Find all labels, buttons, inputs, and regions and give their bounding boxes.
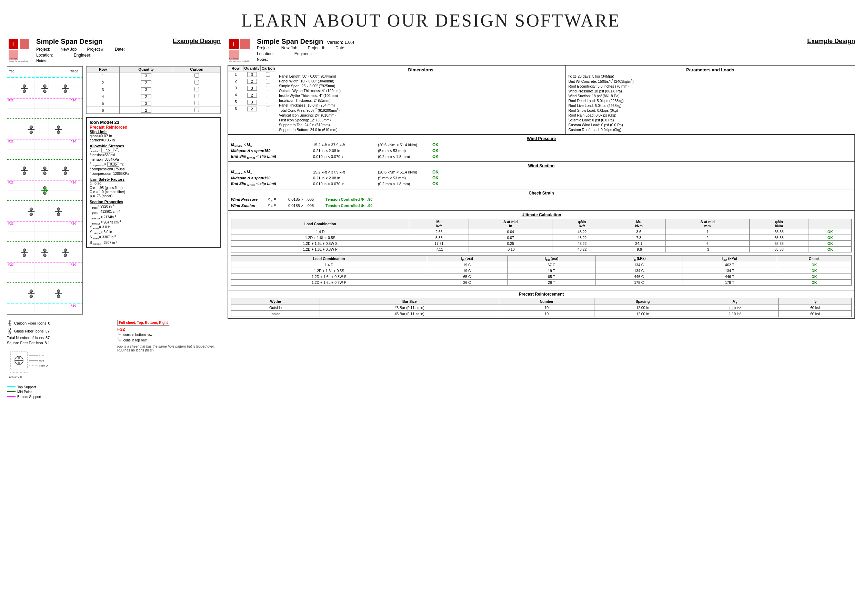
right-qty-input-3[interactable]	[247, 86, 257, 91]
i-eff1: I effective= 2174in 4	[89, 215, 217, 220]
f-tension-input[interactable]	[101, 148, 113, 152]
row-qty[interactable]	[244, 78, 260, 85]
icons-top-row: └ Icons in top row	[117, 337, 221, 343]
table-row: 4	[86, 93, 221, 100]
i-gross-cm: I gross= 412901 cm 4	[89, 209, 217, 214]
carbon-check-5[interactable]	[195, 101, 199, 105]
right-carbon-3[interactable]	[266, 86, 270, 90]
uc2-fin-psi-3: 65 C	[427, 273, 507, 280]
svg-text:F22: F22	[8, 181, 13, 184]
row-qty[interactable]	[119, 100, 173, 107]
right-project-label: Project:	[257, 46, 271, 50]
svg-point-106	[30, 295, 32, 298]
qty-input-5[interactable]	[141, 101, 151, 106]
right-qty-input-6[interactable]	[247, 107, 257, 112]
uc2-fin-psi-2: 19 C	[427, 268, 507, 273]
row-carbon[interactable]	[173, 107, 220, 114]
carbon-fiber-label: Carbon Fiber Icons	[14, 321, 47, 325]
param-8: Roof Snow Load: 0.0kips (0kg)	[568, 108, 853, 112]
glass-fiber-legend-item: Glass Fiber Icons 37	[7, 328, 110, 335]
row-qty[interactable]	[244, 106, 260, 112]
row-qty[interactable]	[244, 71, 260, 78]
row-carbon[interactable]	[173, 100, 220, 107]
row-qty[interactable]	[119, 86, 173, 93]
right-carbon-6[interactable]	[266, 107, 270, 111]
row-carbon[interactable]	[260, 85, 276, 92]
right-panel: i iconXusa change the way you build Simp…	[228, 38, 855, 400]
row-qty[interactable]	[119, 72, 173, 79]
svg-point-121	[9, 332, 11, 334]
row-carbon[interactable]	[260, 78, 276, 85]
svg-point-93	[23, 249, 26, 251]
qty-input-1[interactable]	[141, 74, 151, 78]
row-carbon[interactable]	[260, 92, 276, 99]
right-carbon-4[interactable]	[266, 93, 270, 97]
dim-7: Panel Thickness: 10.0 in (254 mm)	[279, 103, 563, 107]
table-row: 3	[228, 85, 276, 92]
cs-row-1: Wind Pressure ε S = 0.0185 >= .005 Tensi…	[231, 197, 852, 202]
svg-point-89	[57, 208, 60, 211]
carbon-check-6[interactable]	[195, 108, 199, 112]
pr-th-spacing: Spacing	[594, 298, 691, 305]
qty-input-3[interactable]	[141, 87, 151, 92]
right-version: Version: 1.0.4	[327, 40, 355, 45]
row-carbon[interactable]	[260, 99, 276, 105]
ws-label-3: End Slip service < slip Limit	[231, 181, 310, 186]
uc-th-combo: Load Combination	[231, 218, 409, 229]
right-qty-input-2[interactable]	[247, 79, 257, 84]
svg-point-98	[44, 254, 46, 257]
mid-point-label: Mid Point	[17, 390, 32, 394]
carbon-check-1[interactable]	[195, 73, 199, 78]
row-carbon[interactable]	[260, 106, 276, 112]
uc2-fout-kpa-1: 462 T	[682, 262, 777, 268]
f-compression-input[interactable]	[107, 162, 119, 167]
table-row: 2	[86, 79, 221, 86]
allowable-stresses-title: Allowable Stresses	[89, 144, 217, 148]
left-header-text: Simple Span Design Example Design Projec…	[36, 38, 221, 63]
row-carbon[interactable]	[173, 72, 220, 79]
dim-11: Support to Top: 24.0in (610mm)	[279, 123, 563, 127]
param-1: f'c @ 28 days: 5 ksi (34Mpa)	[568, 74, 853, 78]
row-carbon[interactable]	[260, 71, 276, 78]
svg-point-49	[23, 85, 26, 88]
uc-row-2: 1.2D + 1.6L + 0.5S 5.35 0.07 48.22 7.3 2…	[231, 234, 852, 240]
row-qty[interactable]	[119, 107, 173, 114]
uc2-fout-psi-4: 26 T	[507, 280, 596, 285]
row-carbon[interactable]	[173, 86, 220, 93]
right-projnum-label: Project #:	[308, 46, 325, 50]
right-qty-input-1[interactable]	[247, 72, 257, 77]
qty-input-2[interactable]	[141, 80, 151, 85]
carbon-check-2[interactable]	[195, 80, 199, 85]
f-tension-sqrt: √f'c	[115, 148, 119, 152]
right-carbon-5[interactable]	[266, 100, 270, 104]
right-qty-input-5[interactable]	[247, 100, 257, 105]
carbon-check-3[interactable]	[195, 87, 199, 91]
right-qty-input-4[interactable]	[247, 93, 257, 97]
carbon-check-4[interactable]	[195, 94, 199, 98]
svg-text:i: i	[13, 41, 14, 47]
row-qty[interactable]	[244, 85, 260, 92]
row-qty[interactable]	[119, 93, 173, 100]
right-carbon-1[interactable]	[266, 72, 270, 77]
row-carbon[interactable]	[173, 79, 220, 86]
row-qty[interactable]	[244, 92, 260, 99]
row-qty[interactable]	[119, 79, 173, 86]
svg-point-58	[64, 90, 66, 93]
row-qty[interactable]	[244, 99, 260, 105]
svg-point-85	[30, 208, 32, 211]
row-carbon[interactable]	[173, 93, 220, 100]
right-carbon-2[interactable]	[266, 79, 270, 83]
carbon-val: carbon=0.05 in	[89, 138, 217, 142]
uc-delta-mm-3: 6	[666, 240, 749, 246]
row-num: 2	[228, 78, 244, 85]
svg-rect-1	[20, 39, 29, 49]
svg-text:R10: R10	[70, 304, 76, 307]
s-inside: S inside= 3307 in 3	[89, 235, 217, 240]
svg-point-109	[57, 290, 60, 292]
pr-fy-outside: 60 ksi	[779, 305, 852, 311]
qty-input-4[interactable]	[141, 94, 151, 99]
svg-text:F22: F22	[8, 99, 13, 102]
slip-limit-title: Slip Limit	[89, 130, 217, 134]
qty-input-6[interactable]	[141, 108, 151, 113]
pr-bar-inside: #3 Bar (0.11 sq in)	[320, 311, 499, 317]
